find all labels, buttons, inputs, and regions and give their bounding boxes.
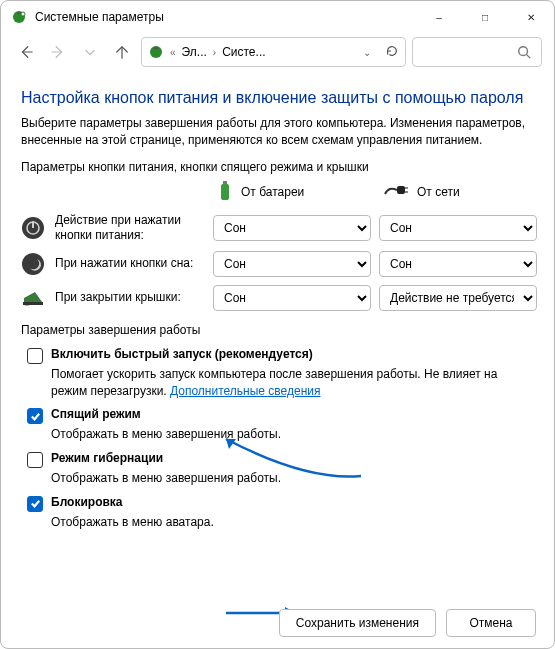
maximize-button[interactable]: □: [462, 1, 508, 33]
opt-hiber-desc: Отображать в меню завершения работы.: [51, 470, 530, 487]
row-power-label: Действие при нажатии кнопки питания:: [55, 213, 205, 243]
battery-icon: [217, 180, 233, 205]
svg-rect-16: [23, 302, 43, 305]
plug-icon: [383, 184, 409, 201]
svg-point-2: [21, 12, 25, 16]
titlebar: Системные параметры – □ ✕: [1, 1, 554, 33]
opt-fast-label: Включить быстрый запуск (рекомендуется): [51, 347, 313, 361]
power-plugged-combo[interactable]: Сон: [379, 215, 537, 241]
close-button[interactable]: ✕: [508, 1, 554, 33]
sleep-icon: [21, 252, 45, 276]
svg-rect-6: [221, 184, 229, 200]
row-lid-label: При закрытии крышки:: [55, 290, 205, 305]
forward-button[interactable]: [45, 39, 71, 65]
opt-sleep-label: Спящий режим: [51, 407, 141, 421]
col-battery-label: От батареи: [241, 185, 304, 199]
svg-rect-10: [405, 191, 408, 193]
recent-dropdown[interactable]: [77, 39, 103, 65]
back-button[interactable]: [13, 39, 39, 65]
content: Настройка кнопок питания и включение защ…: [1, 77, 554, 531]
chevron-right-icon: ›: [213, 47, 216, 58]
breadcrumb-icon: [148, 44, 164, 60]
search-input[interactable]: [412, 37, 542, 67]
power-icon: [21, 216, 45, 240]
power-buttons-grid: От батареи От сети Действие при нажатии …: [21, 180, 534, 311]
svg-rect-4: [154, 47, 158, 49]
checkbox-fast-startup[interactable]: [27, 348, 43, 364]
breadcrumb[interactable]: « Эл... › Систе... ⌄: [141, 37, 406, 67]
opt-sleep-desc: Отображать в меню завершения работы.: [51, 426, 530, 443]
row-sleep-label: При нажатии кнопки сна:: [55, 256, 205, 271]
cancel-button[interactable]: Отмена: [446, 609, 536, 637]
app-icon: [11, 9, 27, 25]
lid-battery-combo[interactable]: Сон: [213, 285, 371, 311]
minimize-button[interactable]: –: [416, 1, 462, 33]
checkbox-lock[interactable]: [27, 496, 43, 512]
opt-lock-desc: Отображать в меню аватара.: [51, 514, 530, 531]
lid-icon: [21, 286, 45, 310]
nav-toolbar: « Эл... › Систе... ⌄: [1, 33, 554, 77]
chevron-down-icon[interactable]: ⌄: [363, 47, 371, 58]
opt-fast-startup: Включить быстрый запуск (рекомендуется) …: [27, 347, 534, 400]
opt-hibernation: Режим гибернации Отображать в меню завер…: [27, 451, 534, 487]
save-button[interactable]: Сохранить изменения: [279, 609, 436, 637]
svg-rect-9: [405, 187, 408, 189]
breadcrumb-item-2[interactable]: Систе...: [222, 45, 265, 59]
section-shutdown: Параметры завершения работы: [21, 323, 534, 337]
svg-rect-13: [32, 221, 34, 228]
breadcrumb-item-1[interactable]: Эл...: [182, 45, 207, 59]
opt-lock-label: Блокировка: [51, 495, 123, 509]
col-battery: От батареи: [213, 180, 371, 205]
col-plugged: От сети: [379, 184, 537, 201]
checkbox-sleep[interactable]: [27, 408, 43, 424]
chevron-left-icon: «: [170, 47, 176, 58]
sleep-plugged-combo[interactable]: Сон: [379, 251, 537, 277]
opt-sleep: Спящий режим Отображать в меню завершени…: [27, 407, 534, 443]
lid-plugged-combo[interactable]: Действие не требуется: [379, 285, 537, 311]
more-info-link[interactable]: Дополнительные сведения: [170, 384, 320, 398]
col-plugged-label: От сети: [417, 185, 460, 199]
search-icon: [517, 45, 531, 59]
opt-fast-desc: Помогает ускорить запуск компьютера посл…: [51, 366, 530, 400]
section-power-buttons: Параметры кнопки питания, кнопки спящего…: [21, 160, 534, 174]
footer: Сохранить изменения Отмена: [1, 598, 554, 648]
checkbox-hibernation[interactable]: [27, 452, 43, 468]
sleep-battery-combo[interactable]: Сон: [213, 251, 371, 277]
svg-rect-7: [223, 181, 227, 184]
intro-text: Выберите параметры завершения работы для…: [21, 115, 534, 150]
refresh-button[interactable]: [385, 44, 399, 61]
opt-hiber-label: Режим гибернации: [51, 451, 163, 465]
up-button[interactable]: [109, 39, 135, 65]
opt-lock: Блокировка Отображать в меню аватара.: [27, 495, 534, 531]
svg-rect-1: [17, 12, 21, 14]
window-title: Системные параметры: [35, 10, 416, 24]
power-battery-combo[interactable]: Сон: [213, 215, 371, 241]
svg-point-5: [519, 47, 528, 56]
page-title: Настройка кнопок питания и включение защ…: [21, 89, 534, 107]
svg-rect-8: [397, 186, 405, 194]
